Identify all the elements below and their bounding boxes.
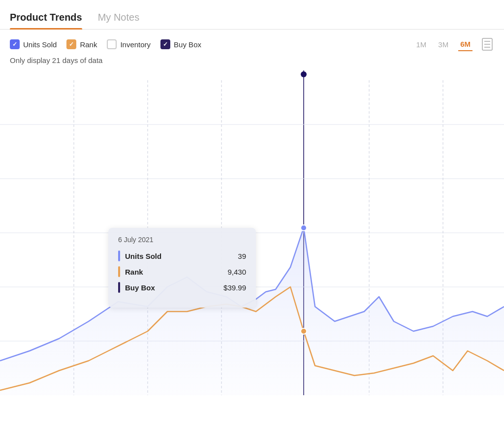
tooltip-row-units-sold: Units Sold 39 [118,251,246,261]
svg-point-5 [301,71,307,77]
filter-units-sold[interactable]: ✓ Units Sold [10,39,57,49]
tab-bar: Product Trends My Notes [0,0,504,30]
tooltip-indicator-units-sold [118,251,120,261]
filter-buy-box[interactable]: ✓ Buy Box [160,39,201,49]
checkbox-rank[interactable]: ✓ [66,39,76,49]
svg-point-18 [301,328,307,334]
tooltip-row-rank: Rank 9,430 [118,266,246,277]
time-btn-3m[interactable]: 3M [436,38,450,51]
checkbox-buy-box[interactable]: ✓ [160,39,170,49]
filter-inventory[interactable]: Inventory [107,39,151,49]
tooltip-indicator-buy-box [118,282,120,293]
filter-rank[interactable]: ✓ Rank [66,39,97,49]
time-btn-1m[interactable]: 1M [414,38,428,51]
tooltip-date: 6 July 2021 [118,236,246,244]
svg-point-17 [301,225,307,231]
product-trends-container: Product Trends My Notes ✓ Units Sold ✓ R… [0,0,504,395]
filter-group: ✓ Units Sold ✓ Rank Inventory ✓ [10,39,402,49]
controls-row: ✓ Units Sold ✓ Rank Inventory ✓ [0,30,504,51]
tooltip-row-buy-box: Buy Box $39.99 [118,282,246,293]
tooltip-indicator-rank [118,266,120,277]
tab-my-notes[interactable]: My Notes [98,12,139,29]
tab-product-trends[interactable]: Product Trends [10,12,82,29]
checkbox-units-sold[interactable]: ✓ [10,39,20,49]
checkbox-inventory[interactable] [107,39,117,49]
time-btn-6m[interactable]: 6M [458,38,472,51]
chart-settings-icon[interactable] [480,37,494,51]
chart-tooltip: 6 July 2021 Units Sold 39 Rank 9,430 Buy… [108,228,256,308]
chart-area[interactable]: 6 July 2021 Units Sold 39 Rank 9,430 Buy… [0,70,504,395]
notice-text: Only display 21 days of data [0,51,504,64]
time-range-selector: 1M 3M 6M [414,37,494,51]
